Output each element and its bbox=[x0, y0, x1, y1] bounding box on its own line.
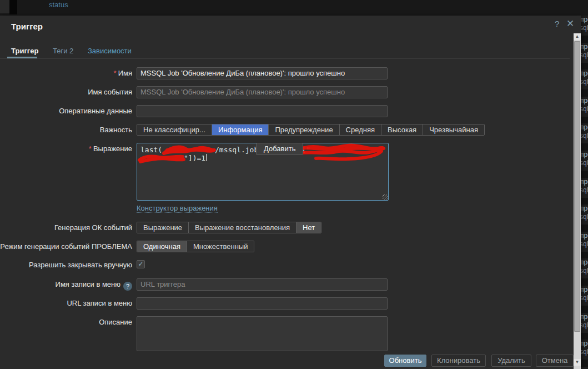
background-list-item: проsql-j bbox=[581, 205, 588, 225]
background-fragment-text: sql-j bbox=[581, 132, 588, 143]
background-list-item: проsql-j bbox=[581, 313, 588, 333]
background-list-item: проsql-j bbox=[581, 258, 588, 278]
problem-mode-option-single[interactable]: Одиночная bbox=[137, 241, 187, 252]
background-fragment-text: sql-j bbox=[581, 24, 588, 36]
background-list-item: проsql-j bbox=[581, 16, 588, 36]
opdata-input[interactable] bbox=[137, 105, 388, 117]
background-top-strip: status bbox=[0, 0, 588, 16]
menu-name-input[interactable]: URL триггера bbox=[137, 278, 388, 291]
background-list-item: проsql-j bbox=[581, 286, 588, 306]
ok-event-generation-control: Выражение Выражение восстановления Нет bbox=[137, 222, 321, 233]
background-fragment-text: про bbox=[581, 43, 588, 51]
tab-trigger[interactable]: Триггер bbox=[11, 47, 38, 55]
background-fragment-text: sql-j bbox=[581, 186, 588, 198]
menu-name-label: Имя записи в меню? bbox=[0, 278, 132, 291]
severity-option-not-classified[interactable]: Не классифицир... bbox=[137, 124, 212, 135]
background-fragment-text: sql-j bbox=[581, 78, 588, 89]
tab-divider bbox=[0, 58, 570, 59]
background-list-item: проsql-j bbox=[581, 123, 588, 143]
close-icon[interactable]: ✕ bbox=[566, 18, 574, 29]
background-fragment-text: про bbox=[581, 123, 588, 132]
scrollbar-thumb[interactable] bbox=[574, 41, 580, 332]
background-fragment-text: про bbox=[581, 97, 588, 105]
severity-option-information[interactable]: Информация bbox=[212, 124, 269, 135]
background-fragment-text: про bbox=[581, 178, 588, 186]
background-list-item: проsql-j bbox=[581, 43, 588, 63]
trigger-dialog: Триггер ? ✕ Триггер Теги 2 Зависимости *… bbox=[0, 16, 581, 369]
background-fragment-text: sql-j bbox=[581, 105, 588, 117]
name-label: *Имя bbox=[0, 67, 132, 79]
text-cursor bbox=[206, 154, 207, 161]
problem-event-mode-label: Режим генерации событий ПРОБЛЕМА bbox=[0, 241, 132, 252]
background-left-panel bbox=[0, 0, 9, 13]
event-name-label: Имя события bbox=[0, 86, 132, 98]
background-list-item: проsql-j bbox=[581, 151, 588, 171]
background-fragment-text: про bbox=[581, 151, 588, 159]
expression-label: *Выражение bbox=[0, 143, 132, 155]
background-fragment-text: про bbox=[581, 340, 588, 348]
background-side-list: проsql-jпроsql-jпроsql-jпроsql-jпроsql-j… bbox=[581, 16, 588, 369]
severity-option-disaster[interactable]: Чрезвычайная bbox=[423, 124, 484, 135]
background-fragment-text: sql-j bbox=[581, 240, 588, 252]
tab-tags[interactable]: Теги 2 bbox=[53, 47, 73, 55]
ok-gen-option-expression[interactable]: Выражение bbox=[137, 222, 188, 233]
name-input[interactable]: MSSQL Job 'Обновление ДиБа (плановое)': … bbox=[137, 67, 388, 79]
severity-segmented-control: Не классифицир... Информация Предупрежде… bbox=[137, 124, 485, 136]
expression-text-part1: last( bbox=[140, 146, 162, 154]
scrollbar-up-arrow-icon[interactable]: ▲ bbox=[574, 33, 581, 40]
severity-label: Важность bbox=[0, 124, 132, 136]
background-list-item: проsql-j bbox=[581, 232, 588, 252]
background-list-item: проsql-j bbox=[581, 97, 588, 117]
scrollbar-down-arrow-icon[interactable]: ▼ bbox=[574, 359, 581, 366]
background-fragment-text: про bbox=[581, 313, 588, 321]
background-fragment-text: sql-j bbox=[581, 294, 588, 306]
add-expression-button[interactable]: Добавить bbox=[256, 143, 303, 155]
background-fragment-text: про bbox=[581, 367, 588, 369]
background-list-item: проsql-j bbox=[581, 69, 588, 89]
severity-option-warning[interactable]: Предупреждение bbox=[268, 124, 339, 135]
problem-mode-option-multiple[interactable]: Множественный bbox=[187, 241, 254, 252]
background-fragment-text: про bbox=[581, 69, 588, 78]
background-fragment-text: про bbox=[581, 16, 588, 24]
background-fragment-text: sql-j bbox=[581, 321, 588, 333]
expression-text-part3: "])=1 bbox=[184, 154, 205, 162]
background-fragment-text: про bbox=[581, 232, 588, 240]
question-mark-icon[interactable]: ? bbox=[123, 282, 132, 291]
event-name-input[interactable]: MSSQL Job 'Обновление ДиБа (плановое)': … bbox=[137, 86, 388, 98]
background-list-item: проsql-j bbox=[581, 367, 588, 369]
ok-gen-option-none[interactable]: Нет bbox=[296, 222, 321, 233]
update-button[interactable]: Обновить bbox=[384, 355, 426, 367]
background-status-link[interactable]: status bbox=[49, 1, 68, 9]
allow-manual-close-checkbox[interactable]: ✓ bbox=[137, 260, 145, 268]
allow-manual-close-label: Разрешить закрывать вручную bbox=[0, 259, 132, 271]
dialog-scrollbar[interactable]: ▲ ▼ bbox=[574, 33, 581, 369]
background-fragment-text: sql-j bbox=[581, 213, 588, 225]
opdata-label: Оперативные данные bbox=[0, 105, 132, 117]
description-label: Описание bbox=[0, 316, 132, 328]
background-fragment-text: sql-j bbox=[581, 267, 588, 278]
background-fragment-text: sql-j bbox=[581, 159, 588, 171]
background-fragment-text: про bbox=[581, 205, 588, 213]
dialog-title: Триггер bbox=[11, 22, 43, 31]
expression-constructor-link[interactable]: Конструктор выражения bbox=[137, 204, 218, 213]
background-block bbox=[9, 0, 17, 14]
ok-event-generation-label: Генерация ОК событий bbox=[0, 222, 132, 233]
description-textarea[interactable] bbox=[137, 316, 388, 351]
tab-dependencies[interactable]: Зависимости bbox=[88, 47, 132, 55]
menu-url-input[interactable] bbox=[137, 297, 388, 310]
help-icon[interactable]: ? bbox=[555, 19, 559, 28]
menu-url-label: URL записи в меню bbox=[0, 297, 132, 310]
severity-option-high[interactable]: Высокая bbox=[381, 124, 423, 135]
background-fragment-text: sql-j bbox=[581, 51, 588, 63]
severity-option-average[interactable]: Средняя bbox=[339, 124, 381, 135]
resize-grip-icon[interactable] bbox=[383, 195, 388, 200]
clone-button[interactable]: Клонировать bbox=[431, 355, 486, 367]
background-fragment-text: про bbox=[581, 258, 588, 267]
ok-gen-option-recovery-expression[interactable]: Выражение восстановления bbox=[188, 222, 296, 233]
background-fragment-text: sql-j bbox=[581, 348, 588, 360]
delete-button[interactable]: Удалить bbox=[491, 355, 531, 367]
problem-event-mode-control: Одиночная Множественный bbox=[137, 241, 254, 252]
cancel-button[interactable]: Отмена bbox=[536, 355, 574, 367]
background-list-item: проsql-j bbox=[581, 340, 588, 360]
background-fragment-text: про bbox=[581, 286, 588, 294]
